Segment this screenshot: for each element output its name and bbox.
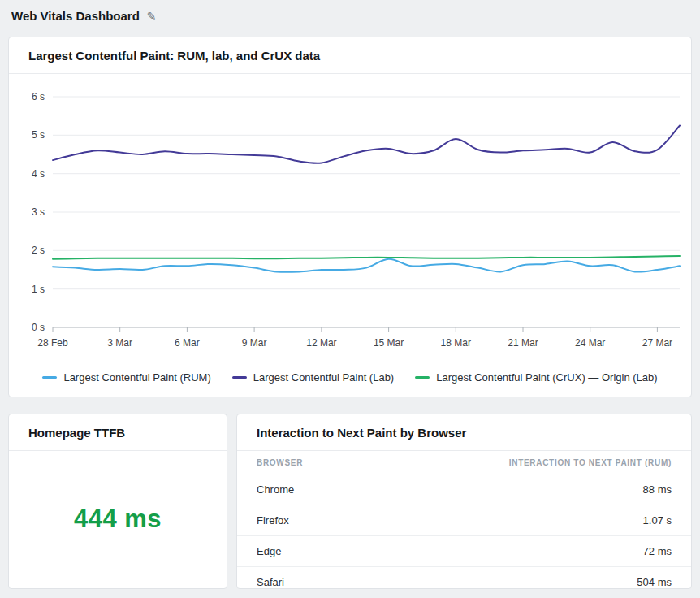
- inp-value-cell: 72 ms: [372, 536, 691, 567]
- series-line-lab: [53, 126, 680, 163]
- svg-text:0 s: 0 s: [32, 322, 45, 333]
- inp-value-cell: 1.07 s: [372, 505, 691, 536]
- svg-text:2 s: 2 s: [32, 245, 45, 256]
- inp-table-header-row: Browser Interaction to Next Paint (RUM): [237, 451, 691, 474]
- inp-table-card: Interaction to Next Paint by Browser Bro…: [236, 414, 692, 589]
- lcp-line-chart[interactable]: 0 s1 s2 s3 s4 s5 s6 s28 Feb3 Mar6 Mar9 M…: [9, 74, 691, 360]
- inp-value-cell: 504 ms: [372, 567, 691, 590]
- inp-table-row: Firefox1.07 s: [237, 505, 691, 536]
- dashboard-page: Web Vitals Dashboard ✎ Largest Contentfu…: [0, 0, 700, 589]
- inp-table-row: Safari504 ms: [237, 567, 691, 590]
- svg-text:5 s: 5 s: [32, 129, 45, 141]
- x-axis-ticks-and-labels: 28 Feb3 Mar6 Mar9 Mar12 Mar15 Mar18 Mar2…: [37, 327, 672, 349]
- svg-text:27 Mar: 27 Mar: [642, 337, 672, 349]
- svg-text:24 Mar: 24 Mar: [575, 337, 605, 349]
- legend-label: Largest Contentful Paint (RUM): [63, 371, 210, 384]
- lcp-chart-card: Largest Contentful Paint: RUM, lab, and …: [8, 37, 692, 397]
- legend-line-swatch: [415, 376, 430, 379]
- legend-label: Largest Contentful Paint (CrUX) — Origin…: [436, 371, 657, 384]
- browser-cell: Edge: [237, 536, 372, 567]
- svg-text:18 Mar: 18 Mar: [441, 337, 471, 349]
- svg-text:15 Mar: 15 Mar: [374, 337, 404, 349]
- svg-text:3 s: 3 s: [32, 206, 45, 218]
- inp-table: Browser Interaction to Next Paint (RUM) …: [237, 451, 691, 589]
- lcp-chart-title: Largest Contentful Paint: RUM, lab, and …: [28, 49, 672, 63]
- ttfb-value-area: 444 ms: [9, 451, 227, 587]
- svg-text:28 Feb: 28 Feb: [37, 337, 68, 349]
- series-line-crux: [53, 256, 680, 259]
- ttfb-card-header: Homepage TTFB: [9, 414, 227, 451]
- ttfb-card: Homepage TTFB 444 ms: [8, 414, 227, 589]
- svg-text:12 Mar: 12 Mar: [306, 337, 336, 349]
- legend-line-swatch: [42, 376, 57, 379]
- lcp-chart-legend: Largest Contentful Paint (RUM)Largest Co…: [9, 360, 691, 394]
- legend-item-rum[interactable]: Largest Contentful Paint (RUM): [42, 371, 210, 384]
- legend-line-swatch: [232, 376, 247, 379]
- inp-column-browser: Browser: [237, 451, 372, 474]
- inp-table-title: Interaction to Next Paint by Browser: [257, 426, 672, 440]
- svg-text:6 Mar: 6 Mar: [175, 337, 200, 349]
- svg-text:9 Mar: 9 Mar: [242, 337, 267, 349]
- edit-icon[interactable]: ✎: [147, 11, 157, 22]
- inp-table-row: Edge72 ms: [237, 536, 691, 567]
- dashboard-title: Web Vitals Dashboard: [11, 9, 140, 23]
- svg-text:1 s: 1 s: [32, 284, 45, 295]
- ttfb-title: Homepage TTFB: [28, 426, 207, 440]
- inp-column-value: Interaction to Next Paint (RUM): [372, 451, 691, 474]
- browser-cell: Safari: [237, 567, 372, 590]
- inp-value-cell: 88 ms: [372, 474, 691, 505]
- lcp-chart-card-header: Largest Contentful Paint: RUM, lab, and …: [9, 37, 691, 74]
- bottom-widgets-row: Homepage TTFB 444 ms Interaction to Next…: [8, 414, 692, 589]
- legend-item-lab[interactable]: Largest Contentful Paint (Lab): [232, 371, 394, 384]
- browser-cell: Chrome: [237, 474, 372, 505]
- legend-label: Largest Contentful Paint (Lab): [253, 371, 394, 384]
- svg-text:4 s: 4 s: [32, 168, 45, 180]
- legend-item-crux[interactable]: Largest Contentful Paint (CrUX) — Origin…: [415, 371, 657, 384]
- y-grid-and-labels: 0 s1 s2 s3 s4 s5 s6 s: [32, 91, 680, 333]
- series-line-rum: [53, 259, 680, 272]
- browser-cell: Firefox: [237, 505, 372, 536]
- dashboard-header: Web Vitals Dashboard ✎: [0, 0, 700, 30]
- ttfb-value: 444 ms: [74, 505, 162, 534]
- inp-table-card-header: Interaction to Next Paint by Browser: [237, 414, 691, 451]
- svg-text:3 Mar: 3 Mar: [107, 337, 132, 349]
- svg-text:6 s: 6 s: [32, 91, 45, 102]
- svg-text:21 Mar: 21 Mar: [508, 337, 538, 349]
- inp-table-row: Chrome88 ms: [237, 474, 691, 505]
